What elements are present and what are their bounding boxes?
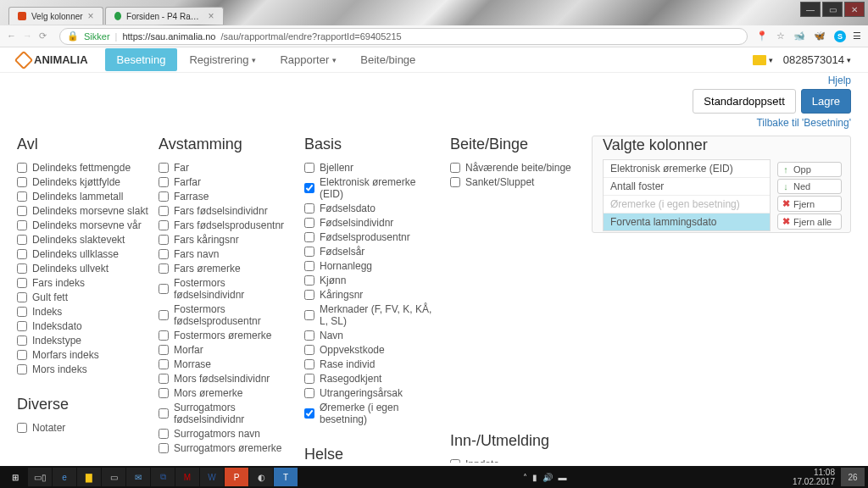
checkbox-item[interactable]: Fars øremerke — [159, 263, 294, 274]
teamviewer-icon[interactable]: T — [274, 468, 298, 486]
store-icon[interactable]: ▭ — [102, 468, 125, 486]
checkbox-item[interactable]: Delindeks slaktevekt — [17, 234, 148, 246]
battery-icon[interactable]: ▬ — [558, 473, 566, 482]
checkbox[interactable] — [17, 307, 27, 317]
checkbox[interactable] — [304, 330, 314, 341]
checkbox[interactable] — [450, 459, 460, 463]
tab-close-icon[interactable]: × — [88, 10, 94, 22]
skype-icon[interactable]: S — [834, 30, 846, 42]
checkbox-item[interactable]: Fostermors fødselsindividnr — [159, 277, 294, 301]
checkbox[interactable] — [159, 163, 169, 173]
checkbox[interactable] — [17, 191, 27, 202]
task-view-icon[interactable]: ▭▯ — [28, 468, 52, 486]
edge-icon[interactable]: e — [53, 468, 76, 486]
remove-all-button[interactable]: ✖Fjern alle — [777, 214, 842, 230]
checkbox[interactable] — [450, 177, 460, 187]
checkbox[interactable] — [304, 388, 314, 398]
checkbox[interactable] — [17, 263, 27, 274]
move-up-button[interactable]: ↑Opp — [777, 162, 842, 177]
checkbox[interactable] — [17, 177, 27, 187]
remove-button[interactable]: ✖Fjern — [777, 196, 842, 212]
taskbar-clock[interactable]: 11:08 17.02.2017 — [793, 468, 840, 486]
outlook-icon[interactable]: ⧉ — [151, 468, 175, 486]
menu-icon[interactable]: ☰ — [853, 30, 861, 42]
checkbox-item[interactable]: Oppvekstkode — [304, 344, 440, 356]
checkbox-item[interactable]: Notater — [17, 422, 148, 434]
explorer-icon[interactable]: ▇ — [77, 468, 101, 486]
reload-icon[interactable]: ⟳ — [39, 30, 47, 42]
checkbox-item[interactable]: Delindeks fettmengde — [17, 162, 148, 174]
checkbox-item[interactable]: Fødselsdato — [304, 202, 440, 214]
checkbox[interactable] — [304, 275, 314, 286]
checkbox[interactable] — [17, 163, 27, 173]
checkbox[interactable] — [17, 350, 27, 360]
back-icon[interactable]: ← — [7, 30, 16, 42]
checkbox-item[interactable]: Far — [159, 162, 294, 174]
butterfly-icon[interactable]: 🦋 — [814, 30, 826, 42]
checkbox-item[interactable]: Rase individ — [304, 358, 440, 370]
checkbox-item[interactable]: Inndato — [450, 458, 581, 463]
checkbox[interactable] — [159, 374, 169, 384]
checkbox[interactable] — [159, 330, 169, 341]
checkbox-item[interactable]: Rasegodkjent — [304, 373, 440, 385]
checkbox[interactable] — [159, 206, 169, 216]
checkbox-item[interactable]: Gult fett — [17, 291, 148, 303]
whale-icon[interactable]: 🐋 — [793, 30, 805, 42]
checkbox-item[interactable]: Fars navn — [159, 248, 294, 260]
checkbox[interactable] — [304, 203, 314, 214]
checkbox-item[interactable]: Indeksdato — [17, 320, 148, 332]
checkbox[interactable] — [304, 261, 314, 271]
volume-icon[interactable]: 🔊 — [542, 473, 553, 482]
checkbox-item[interactable]: Delindeks morsevne vår — [17, 219, 148, 231]
powerpoint-icon[interactable]: P — [225, 468, 248, 486]
selected-column-item[interactable]: Øremerke (i egen besetning) — [604, 196, 770, 214]
checkbox-item[interactable]: Surrogatmors øremerke — [159, 442, 294, 454]
checkbox[interactable] — [304, 310, 314, 320]
checkbox-item[interactable]: Delindeks ullvekt — [17, 263, 148, 274]
checkbox-item[interactable]: Delindeks lammetall — [17, 191, 148, 202]
checkbox[interactable] — [17, 235, 27, 245]
checkbox[interactable] — [17, 321, 27, 331]
selected-column-item[interactable]: Elektronisk øremerke (EID) — [604, 160, 770, 178]
checkbox-item[interactable]: Morfar — [159, 344, 294, 356]
checkbox[interactable] — [17, 336, 27, 346]
checkbox[interactable] — [17, 364, 27, 374]
checkbox[interactable] — [17, 206, 27, 216]
checkbox[interactable] — [304, 247, 314, 257]
user-menu[interactable]: 0828573014 ▾ — [783, 53, 851, 66]
checkbox[interactable] — [159, 345, 169, 355]
selected-column-item[interactable]: Forventa lammingsdato — [604, 214, 770, 230]
notifications-icon[interactable]: 26 — [841, 468, 865, 486]
window-maximize[interactable]: ▭ — [822, 2, 843, 17]
mcafee-icon[interactable]: M — [175, 468, 199, 486]
start-button[interactable]: ⊞ — [3, 468, 27, 486]
checkbox-item[interactable]: Morfars indeks — [17, 349, 148, 361]
logo[interactable]: ANIMALIA — [17, 53, 88, 67]
checkbox[interactable] — [159, 310, 169, 320]
save-button[interactable]: Lagre — [801, 89, 851, 114]
checkbox-item[interactable]: Fødselsår — [304, 246, 440, 258]
checkbox-item[interactable]: Nåværende beite/binge — [450, 162, 581, 174]
checkbox-item[interactable]: Fars fødselsindividnr — [159, 205, 294, 217]
checkbox[interactable] — [304, 163, 314, 173]
browser-tab-1[interactable]: Velg kolonner × — [8, 7, 103, 25]
browser-tab-2[interactable]: Forsiden - P4 Radio Hel × — [105, 7, 224, 25]
mail-icon[interactable]: ✉ — [126, 468, 150, 486]
checkbox[interactable] — [159, 359, 169, 369]
taskbar[interactable]: ⊞ ▭▯ e ▇ ▭ ✉ ⧉ M W P ◐ T ˄ ▮ 🔊 ▬ 11:08 1… — [0, 466, 868, 488]
checkbox[interactable] — [17, 220, 27, 230]
checkbox[interactable] — [159, 388, 169, 398]
checkbox[interactable] — [17, 278, 27, 288]
selected-column-item[interactable]: Antall foster — [604, 178, 770, 196]
checkbox-item[interactable]: Øremerke (i egen besetning) — [304, 402, 440, 425]
network-icon[interactable]: ▮ — [532, 473, 537, 482]
checkbox[interactable] — [450, 163, 460, 173]
checkbox[interactable] — [159, 220, 169, 230]
chevron-up-icon[interactable]: ˄ — [523, 473, 527, 482]
checkbox-item[interactable]: Navn — [304, 330, 440, 341]
move-down-button[interactable]: ↓Ned — [777, 179, 842, 194]
checkbox-item[interactable]: Fostermors øremerke — [159, 330, 294, 341]
checkbox-item[interactable]: Farfar — [159, 176, 294, 188]
checkbox-item[interactable]: Fødselsindividnr — [304, 217, 440, 229]
checkbox-item[interactable]: Elektronisk øremerke (EID) — [304, 176, 440, 200]
